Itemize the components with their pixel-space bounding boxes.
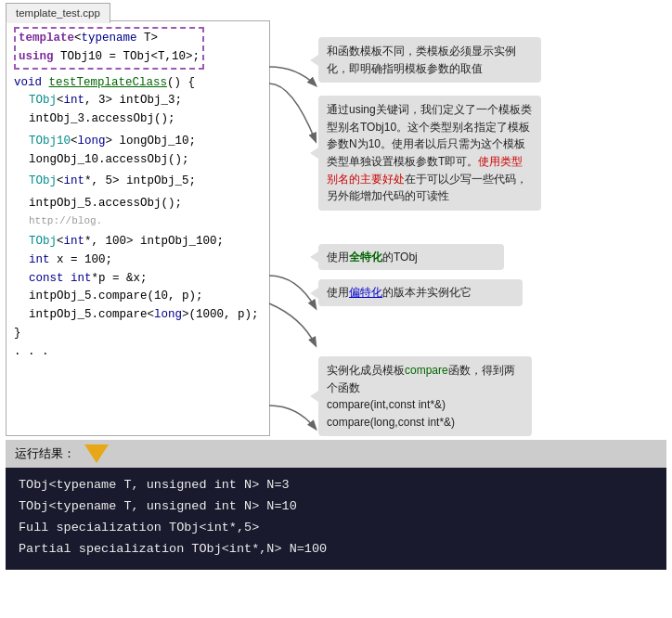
code-line-using: using TObj10 = TObj<T,10>; bbox=[19, 48, 200, 67]
down-arrow-icon bbox=[84, 444, 109, 463]
annotation-4: 使用偏特化的版本并实例化它 bbox=[318, 279, 523, 306]
code-panel: template_test.cpp template<typename T> u… bbox=[6, 20, 270, 436]
annotations-panel: 和函数模板不同，类模板必须显示实例化，即明确指明模板参数的取值 通过using关… bbox=[270, 20, 666, 436]
code-line-compare2: intpObj_5.compare<long>(1000, p); bbox=[14, 306, 264, 325]
code-line-brace: } bbox=[14, 325, 264, 343]
run-bar: 运行结果： bbox=[6, 440, 666, 468]
code-line-intpobj5: TObj<int*, 5> intpObj_5; bbox=[14, 173, 264, 191]
output-line-1: TObj<typename T, unsigned int N> N=3 bbox=[19, 475, 653, 496]
code-line-access1: intObj_3.accessObj(); bbox=[14, 110, 264, 129]
output-line-3: Full specialization TObj<int*,5> bbox=[19, 518, 653, 539]
code-line-access3: intpObj_5.accessObj(); bbox=[14, 195, 264, 213]
code-line-intobj: TObj<int, 3> intObj_3; bbox=[14, 92, 264, 110]
template-using-block: template<typename T> using TObj10 = TObj… bbox=[14, 27, 204, 70]
output-area: TObj<typename T, unsigned int N> N=3 TOb… bbox=[6, 468, 666, 570]
code-line-dots: . . . bbox=[14, 343, 264, 362]
code-content: template<typename T> using TObj10 = TObj… bbox=[14, 27, 264, 361]
code-line-intx: int x = 100; bbox=[14, 251, 264, 270]
code-line-longobj: TObj10<long> longObj_10; bbox=[14, 133, 264, 151]
code-line-access2: longObj_10.accessObj(); bbox=[14, 151, 264, 170]
output-line-4: Partial specialization TObj<int*,N> N=10… bbox=[19, 539, 653, 560]
output-line-2: TObj<typename T, unsigned int N> N=10 bbox=[19, 496, 653, 518]
annotation-5: 实例化成员模板compare函数，得到两个函数compare(int,const… bbox=[318, 356, 532, 436]
annotation-3: 使用全特化的TObj bbox=[318, 244, 504, 271]
code-tab: template_test.cpp bbox=[6, 3, 110, 23]
code-comment-url: http://blog. bbox=[14, 213, 264, 229]
code-line-template: template<typename T> bbox=[19, 30, 200, 48]
code-annot-section: template_test.cpp template<typename T> u… bbox=[0, 0, 672, 440]
run-label: 运行结果： bbox=[15, 445, 75, 462]
code-line-intpobj100: TObj<int*, 100> intpObj_100; bbox=[14, 233, 264, 251]
code-line-compare1: intpObj_5.compare(10, p); bbox=[14, 288, 264, 306]
code-line-const: const int*p = &x; bbox=[14, 270, 264, 289]
code-line-void: void testTemplateClass() { bbox=[14, 74, 264, 93]
main-container: template_test.cpp template<typename T> u… bbox=[0, 0, 672, 570]
annotation-1: 和函数模板不同，类模板必须显示实例化，即明确指明模板参数的取值 bbox=[318, 37, 541, 83]
annotation-2: 通过using关键词，我们定义了一个模板类型别名TObj10。这个类型别名指定了… bbox=[318, 96, 541, 211]
